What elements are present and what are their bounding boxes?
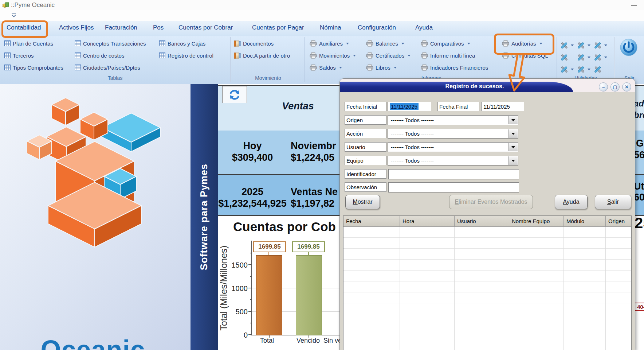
dialog-titlebar[interactable]: Registro de sucesos. – ▢ ✕: [340, 82, 635, 92]
column-header-fecha[interactable]: Fecha: [343, 216, 400, 227]
ribbon-item-registro-de-control[interactable]: Registro de control: [159, 51, 213, 60]
ribbon-item-centro-de-costos[interactable]: Centro de costos: [75, 51, 146, 60]
tab-nomina[interactable]: Nómina: [320, 24, 341, 31]
fecha-final-field[interactable]: 11/11/2025: [481, 102, 524, 111]
dialog-close-button[interactable]: ✕: [622, 82, 631, 92]
stat-label: 2025: [218, 186, 287, 198]
accion-select[interactable]: ------- Todos -------: [388, 129, 518, 139]
tab-contabilidad[interactable]: Contabilidad: [7, 24, 41, 31]
window-minimize-button[interactable]: [631, 5, 637, 6]
column-header-nombre-equipo[interactable]: Nombre Equipo: [509, 216, 564, 227]
ayuda-button[interactable]: Ayuda: [555, 195, 588, 209]
fecha-inicial-field[interactable]: 11/11/2025: [388, 102, 431, 111]
chart-y-axis: [251, 241, 252, 335]
chevron-down-icon: [346, 43, 349, 44]
table-icon: [159, 40, 165, 46]
eliminar-eventos-mostrados-button[interactable]: Eliminar Eventos Mostrados: [449, 195, 533, 209]
usuario-select[interactable]: ------- Todos -------: [388, 142, 518, 152]
ribbon-item-movimientos[interactable]: Movimientos: [310, 51, 356, 60]
y-minor-tick: [250, 253, 251, 253]
table-icon: [75, 65, 81, 70]
group-separator: [614, 37, 614, 82]
ribbon-item-indicadores-financieros[interactable]: Indicadores Financieros: [421, 63, 488, 72]
ribbon-item-balances[interactable]: Balances: [366, 39, 411, 48]
ribbon-item-informe-multi-linea[interactable]: Informe multi línea: [421, 51, 488, 60]
ribbon-item-doc-a-partir-de-otro[interactable]: Doc.A partir de otro: [234, 51, 290, 60]
ribbon-item-saldos[interactable]: Saldos: [310, 63, 356, 72]
stat-label: Hoy: [225, 140, 280, 152]
tab-ayuda[interactable]: Ayuda: [415, 24, 433, 31]
events-table-header: Fecha Hora Usuario Nombre Equipo Módulo …: [343, 216, 631, 227]
ribbon-item-plan-de-cuentas[interactable]: Plan de Cuentas: [4, 39, 63, 48]
chevron-down-icon[interactable]: [508, 143, 518, 151]
fecha-final-label: Fecha Final: [437, 102, 479, 111]
utility-tool-button[interactable]: [559, 39, 576, 51]
ribbon-item-bancos-y-cajas[interactable]: Bancos y Cajas: [159, 39, 213, 48]
button-label: ostrar: [358, 199, 373, 205]
x-category-vencido: Vencido: [297, 337, 320, 345]
utility-tool-button[interactable]: [559, 63, 576, 75]
group-separator: [230, 37, 231, 82]
dialog-title: Registro de sucesos.: [398, 83, 551, 90]
button-label: yuda: [567, 199, 580, 205]
observacion-input[interactable]: [388, 182, 519, 192]
tab-cuentas-por-pagar[interactable]: Cuentas por Pagar: [252, 24, 304, 31]
ribbon-item-label: Libros: [376, 65, 390, 71]
tab-activos-fijos[interactable]: Activos Fijos: [59, 24, 94, 31]
column-header-usuario[interactable]: Usuario: [455, 216, 509, 227]
tab-cuentas-por-cobrar[interactable]: Cuentas por Cobrar: [178, 24, 233, 31]
column-header-hora[interactable]: Hora: [400, 216, 455, 227]
ribbon-item-conceptos-transacciones[interactable]: Conceptos Transacciones: [75, 39, 146, 48]
tab-pos[interactable]: Pos: [153, 24, 164, 31]
stat-ventas-netas: Ventas Ne $1,197,82: [291, 186, 343, 209]
mostrar-button[interactable]: Mostrar: [345, 195, 380, 209]
ribbon-item-auxiliares[interactable]: Auxiliares: [310, 39, 356, 48]
qat-customize-icon[interactable]: [11, 13, 17, 18]
ribbon-item-terceros[interactable]: Terceros: [4, 51, 63, 60]
ribbon-item-certificados[interactable]: Certificados: [366, 51, 411, 60]
chevron-down-icon[interactable]: [508, 129, 518, 138]
utility-tool-button[interactable]: [576, 63, 593, 75]
ribbon-item-documentos[interactable]: Documentos: [234, 39, 290, 48]
refresh-button[interactable]: [222, 86, 247, 103]
chevron-down-icon[interactable]: [508, 156, 518, 165]
origen-select[interactable]: ------- Todos -------: [388, 115, 518, 125]
ribbon-item-label: Doc.A partir de otro: [243, 52, 290, 59]
ribbon-item-ciudades-paises-dptos[interactable]: Ciudades/Países/Dptos: [75, 63, 146, 72]
ribbon-item-auditorias[interactable]: Auditorías: [502, 39, 548, 48]
table-icon: [159, 52, 165, 58]
tab-configuracion[interactable]: Configuración: [358, 24, 396, 31]
ribbon-item-label: Tipos Comprobantes: [13, 65, 63, 71]
utility-tool-button[interactable]: [576, 51, 593, 63]
quick-access-toolbar: [0, 10, 644, 21]
stat-label: Noviembr: [291, 140, 343, 152]
dialog-minimize-button[interactable]: –: [599, 82, 608, 92]
printer-icon: [366, 52, 373, 59]
salir-button[interactable]: Salir: [595, 195, 631, 209]
ribbon-item-libros[interactable]: Libros: [366, 63, 411, 72]
ribbon-item-consultas-sql[interactable]: Consultas SQL: [502, 51, 548, 60]
equipo-select[interactable]: ------- Todos -------: [388, 156, 518, 166]
utility-tool-button[interactable]: [593, 39, 610, 51]
dialog-maximize-button[interactable]: ▢: [610, 82, 620, 92]
column-header-origen[interactable]: Origen: [606, 216, 631, 227]
utility-tool-button[interactable]: [576, 39, 593, 51]
table-icon: [75, 52, 81, 58]
brand-panel: Oceanic Software empresarial: [0, 84, 191, 350]
stat-label: Ventas Ne: [291, 186, 343, 198]
power-icon[interactable]: [619, 38, 638, 57]
column-header-modulo[interactable]: Módulo: [564, 216, 606, 227]
ribbon-item-comparativos[interactable]: Comparativos: [421, 39, 488, 48]
chevron-down-icon[interactable]: [508, 116, 518, 124]
utility-tool-button[interactable]: [559, 51, 576, 63]
button-label: alir: [611, 199, 619, 205]
printer-icon: [310, 52, 317, 59]
ribbon-item-tipos-comprobantes[interactable]: Tipos Comprobantes: [4, 63, 63, 72]
tab-facturacion[interactable]: Facturación: [105, 24, 137, 31]
ribbon-item-label: Auxiliares: [319, 40, 343, 47]
identificador-input[interactable]: [388, 169, 519, 179]
chart-y-axis-label: Total (Miles/Millones): [219, 224, 229, 350]
stat-noviembre: Noviembr $1,224,05: [291, 140, 343, 163]
utility-tool-button[interactable]: [593, 51, 610, 63]
utility-tool-button[interactable]: [593, 63, 610, 75]
